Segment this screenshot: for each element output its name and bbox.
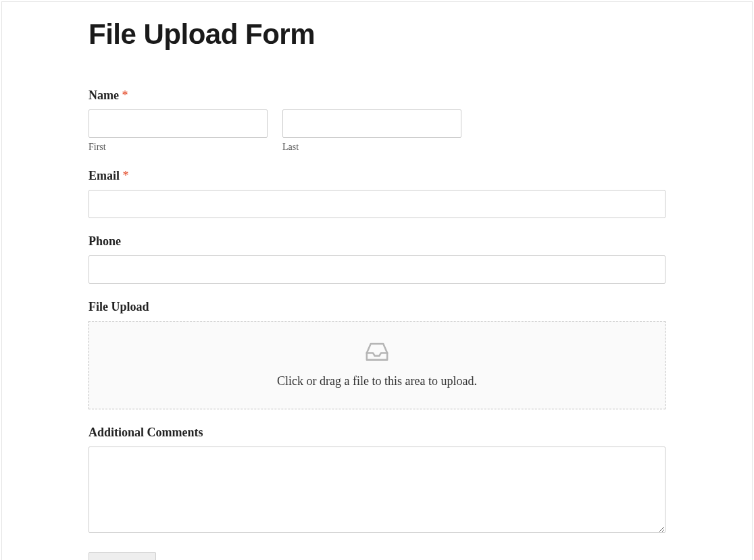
page-title: File Upload Form <box>89 18 665 51</box>
first-name-input[interactable] <box>89 109 268 138</box>
submit-button[interactable]: Submit <box>89 552 156 560</box>
name-field: Name * First Last <box>89 88 665 153</box>
file-upload-label-text: File Upload <box>89 300 149 313</box>
phone-label-text: Phone <box>89 234 121 248</box>
file-dropzone[interactable]: Click or drag a file to this area to upl… <box>89 321 665 409</box>
required-marker: * <box>122 88 128 102</box>
dropzone-text: Click or drag a file to this area to upl… <box>103 374 651 388</box>
comments-textarea[interactable] <box>89 447 665 533</box>
inbox-icon <box>364 340 390 365</box>
last-name-sublabel: Last <box>282 142 461 153</box>
comments-label: Additional Comments <box>89 426 665 440</box>
last-name-col: Last <box>282 109 461 153</box>
first-name-sublabel: First <box>89 142 268 153</box>
phone-label: Phone <box>89 234 665 249</box>
comments-field: Additional Comments <box>89 426 665 536</box>
form-container: File Upload Form Name * First Last Email… <box>1 1 753 560</box>
email-field: Email * <box>89 169 665 218</box>
last-name-input[interactable] <box>282 109 461 138</box>
email-label: Email * <box>89 169 665 183</box>
file-upload-label: File Upload <box>89 300 665 314</box>
name-label: Name * <box>89 88 665 103</box>
phone-field: Phone <box>89 234 665 284</box>
name-row: First Last <box>89 109 665 153</box>
comments-label-text: Additional Comments <box>89 426 203 439</box>
file-upload-field: File Upload Click or drag a file to this… <box>89 300 665 409</box>
required-marker: * <box>123 169 129 182</box>
email-input[interactable] <box>89 190 665 218</box>
first-name-col: First <box>89 109 268 153</box>
name-label-text: Name <box>89 88 119 102</box>
email-label-text: Email <box>89 169 120 182</box>
phone-input[interactable] <box>89 255 665 284</box>
